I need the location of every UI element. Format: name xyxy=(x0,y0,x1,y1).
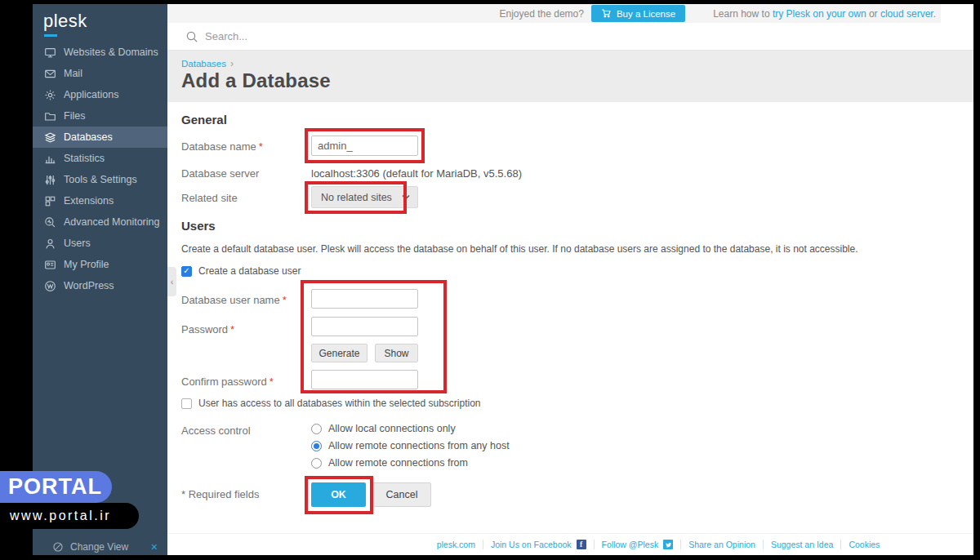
related-site-label: Related site xyxy=(181,192,238,204)
plesk-logo[interactable]: plesk xyxy=(43,11,87,32)
sidebar-item-applications[interactable]: Applications xyxy=(33,84,167,105)
sliders-icon xyxy=(44,174,56,186)
sidebar-item-files[interactable]: Files xyxy=(33,105,167,127)
sidebar-item-databases[interactable]: Databases xyxy=(33,127,167,148)
page-header: Databases› Add a Database xyxy=(167,51,973,102)
footer-link-facebook[interactable]: Join Us on Facebookf xyxy=(483,540,594,549)
facebook-icon[interactable]: f xyxy=(577,540,586,549)
id-card-icon xyxy=(44,259,56,271)
sidebar-item-label: Tools & Settings xyxy=(64,174,137,185)
sidebar-item-extensions[interactable]: Extensions xyxy=(33,190,167,211)
show-password-button[interactable]: Show xyxy=(375,344,418,362)
person-icon xyxy=(44,238,56,250)
frame-border-top xyxy=(0,0,980,4)
database-name-label: Database name* xyxy=(181,140,263,153)
checkbox-unchecked-icon[interactable] xyxy=(181,398,192,409)
database-user-name-input[interactable] xyxy=(311,289,418,309)
cart-icon xyxy=(601,8,612,19)
radio-selected-icon[interactable] xyxy=(311,441,322,451)
change-view-control[interactable]: Change View × xyxy=(33,538,167,556)
footer: plesk.com Join Us on Facebookf Follow @P… xyxy=(167,533,973,555)
database-layers-icon xyxy=(44,131,56,144)
footer-link-suggest-idea[interactable]: Suggest an Idea xyxy=(763,540,840,549)
database-server-label: Database server xyxy=(181,167,259,180)
sidebar-nav: Websites & Domains Mail Applications Fil… xyxy=(33,42,167,296)
sidebar-item-users[interactable]: Users xyxy=(33,233,167,254)
learn-text: Learn how to try Plesk on your own or cl… xyxy=(713,8,936,20)
magnifier-pulse-icon xyxy=(44,216,56,229)
sidebar-item-websites-domains[interactable]: Websites & Domains xyxy=(33,42,167,63)
buy-license-label: Buy a License xyxy=(617,9,675,19)
portal-watermark-url-badge: www.portal.ir xyxy=(0,503,139,529)
database-user-name-label: Database user name* xyxy=(181,294,287,306)
sidebar-item-label: WordPress xyxy=(64,280,114,291)
radio-remote-from[interactable]: Allow remote connections from xyxy=(311,457,468,469)
try-plesk-link[interactable]: try Plesk on your own xyxy=(773,8,866,20)
required-asterisk: * xyxy=(259,140,263,153)
sidebar-item-label: Mail xyxy=(64,68,82,79)
generate-password-button[interactable]: Generate xyxy=(311,344,368,362)
sidebar-item-label: Advanced Monitoring xyxy=(64,216,159,228)
radio-label: Allow local connections only xyxy=(328,423,456,434)
radio-local-connections[interactable]: Allow local connections only xyxy=(311,423,456,434)
search-bar xyxy=(167,23,973,51)
sidebar-item-label: Files xyxy=(64,110,85,122)
create-database-user-label: Create a database user xyxy=(198,265,301,277)
demo-question-text: Enjoyed the demo? xyxy=(500,8,584,20)
mail-icon xyxy=(44,68,56,80)
confirm-password-input[interactable] xyxy=(311,370,418,389)
sidebar-item-label: Users xyxy=(64,238,91,249)
breadcrumb[interactable]: Databases› xyxy=(181,58,234,69)
breadcrumb-separator: › xyxy=(230,58,234,69)
bar-chart-icon xyxy=(44,153,56,165)
sidebar-item-label: My Profile xyxy=(64,259,109,270)
related-site-select[interactable]: No related sites xyxy=(311,186,418,208)
change-view-label: Change View xyxy=(70,541,128,553)
sidebar-item-wordpress[interactable]: WordPress xyxy=(33,275,167,296)
search-input[interactable] xyxy=(205,30,532,42)
screenshot-frame: plesk Websites & Domains Mail Applicatio… xyxy=(0,0,980,560)
sidebar-collapse-handle[interactable]: ‹ xyxy=(167,267,176,296)
chevron-down-icon xyxy=(392,194,410,200)
radio-remote-any-host[interactable]: Allow remote connections from any host xyxy=(311,440,510,451)
database-server-value: localhost:3306 (default for MariaDB, v5.… xyxy=(311,167,522,180)
page-title: Add a Database xyxy=(181,69,331,92)
related-site-value: No related sites xyxy=(321,192,392,203)
users-section-heading: Users xyxy=(181,219,216,233)
close-icon[interactable]: × xyxy=(151,540,158,553)
cloud-server-link[interactable]: cloud server xyxy=(880,8,933,20)
all-databases-access-checkbox[interactable]: User has access to all databases within … xyxy=(181,398,481,409)
plesk-logo-accent xyxy=(44,34,57,37)
create-database-user-checkbox[interactable]: ✓ Create a database user xyxy=(181,265,301,277)
sidebar-item-mail[interactable]: Mail xyxy=(33,63,167,84)
footer-link-cookies[interactable]: Cookies xyxy=(840,540,887,549)
footer-link-plesk-com[interactable]: plesk.com xyxy=(430,540,483,549)
portal-watermark-title: PORTAL xyxy=(0,474,102,500)
sidebar-item-tools-settings[interactable]: Tools & Settings xyxy=(33,169,167,190)
access-control-label: Access control xyxy=(181,424,251,437)
footer-link-share-opinion[interactable]: Share an Opinion xyxy=(680,540,763,549)
main-panel: Enjoyed the demo? Buy a License Learn ho… xyxy=(167,4,973,555)
demo-banner: Enjoyed the demo? Buy a License Learn ho… xyxy=(167,4,941,23)
gear-icon xyxy=(44,89,56,101)
general-section-heading: General xyxy=(181,113,227,127)
radio-icon[interactable] xyxy=(311,424,322,434)
checkbox-checked-icon[interactable]: ✓ xyxy=(181,266,192,277)
required-fields-note: * Required fields xyxy=(181,488,259,500)
search-icon xyxy=(185,30,198,43)
footer-link-twitter[interactable]: Follow @Plesk xyxy=(594,540,681,549)
sidebar-item-statistics[interactable]: Statistics xyxy=(33,148,167,169)
database-name-input[interactable] xyxy=(311,136,418,156)
cancel-button[interactable]: Cancel xyxy=(372,482,431,507)
radio-icon[interactable] xyxy=(311,458,322,469)
folder-icon xyxy=(44,110,56,122)
twitter-icon[interactable] xyxy=(663,540,673,549)
password-label: Password* xyxy=(181,323,234,336)
radio-label: Allow remote connections from any host xyxy=(328,440,510,451)
confirm-password-label: Confirm password* xyxy=(181,376,274,388)
ok-button[interactable]: OK xyxy=(311,482,366,507)
buy-license-button[interactable]: Buy a License xyxy=(591,5,685,22)
password-input[interactable] xyxy=(311,317,418,336)
sidebar-item-my-profile[interactable]: My Profile xyxy=(33,254,167,275)
sidebar-item-advanced-monitoring[interactable]: Advanced Monitoring xyxy=(33,211,167,233)
